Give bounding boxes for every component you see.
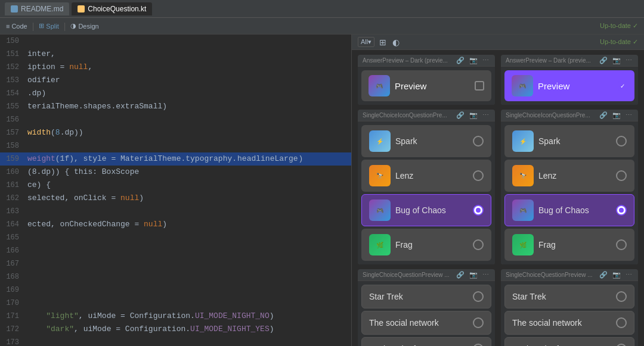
radio-chaos-right [616,205,627,216]
line-content-155: terialTheme.shapes.extraSmall) [25,100,351,113]
status-text: Up-to-date ✓ [600,22,638,30]
tab-readme[interactable]: README.md [5,2,69,15]
all-select-button[interactable]: All▾ [358,37,374,47]
code-line-173: 173 [0,336,351,346]
snap-icon-btn-right[interactable]: 📷 [611,57,622,64]
text-snap-btn-left[interactable]: 📷 [468,271,479,279]
line-num-172: 172 [0,323,25,336]
choice-more-btn[interactable]: ⋯ [481,111,490,119]
choice-frag-left: 🌿 Frag [369,234,413,255]
radio-frag-right [616,239,627,250]
text-choice-strek-left: Star Trek [361,285,491,308]
tab-choicequestion[interactable]: ChoiceQuestion.kt [72,2,152,15]
snap-icon-btn[interactable]: 📷 [468,57,479,64]
line-num-170: 170 [0,297,25,310]
link-icon-btn-right[interactable]: 🔗 [598,57,609,64]
code-line-168: 168 [0,270,351,283]
text-snap-btn-right[interactable]: 📷 [611,271,622,279]
single-choice-icon-left-title: SingleChoiceIconQuestionPre... [363,112,447,119]
code-line-162: 162 selected, onClick = null) [0,192,351,205]
design-icon: ◑ [70,22,76,30]
choice-spark-label-right: Spark [538,136,561,146]
text-radio-social-right [616,317,627,328]
code-view-button[interactable]: ≡ Code [6,23,27,30]
line-content-162: selected, onClick = null) [25,192,351,205]
section-icons-choice-left: 🔗 📷 ⋯ [455,111,490,119]
separator-2: | [64,21,66,31]
split-view-button[interactable]: ⊞ Split [39,22,58,30]
text-label-social-left: The social network [369,318,439,328]
single-choice-icon-right-title: SingleChoiceIconQuestionPre... [506,112,590,119]
text-more-btn-right[interactable]: ⋯ [624,271,633,279]
line-num-160: 160 [0,166,25,179]
choice-frag-label: Frag [395,240,413,250]
text-link-btn-left[interactable]: 🔗 [455,271,466,279]
line-num-168: 168 [0,270,25,283]
single-choice-text-left-title: SingleChoiceQuestionPreview ... [363,272,450,278]
avatar-chaos-right: 🎮 [512,200,534,221]
choice-snap-btn-right[interactable]: 📷 [611,111,622,119]
choice-left-frag: 🌿 Frag [361,229,491,261]
uncheck-icon-left [475,81,484,91]
single-choice-icon-left: SingleChoiceIconQuestionPre... 🔗 📷 ⋯ ⚡ [358,110,495,264]
text-choice-social-right: The social network [504,311,634,335]
answer-preview-right-header: AnswerPreview – Dark (previe... 🔗 📷 ⋯ [501,55,638,67]
tab-readme-label: README.md [21,5,63,13]
text-link-btn-right[interactable]: 🔗 [598,271,609,279]
choice-lenz-left: 🔭 Lenz [369,165,413,186]
preview-tool-2[interactable]: ◐ [391,38,401,47]
code-line-166: 166 [0,244,351,257]
preview-main-toolbar: All▾ ⊞ ◐ Up-to-date ✓ [352,35,644,50]
choice-chaos-left: 🎮 Bug of Chaos [369,200,446,221]
code-scroll[interactable]: 150 151 inter, 152 iption = null, 153 od… [0,35,351,346]
text-more-btn-left[interactable]: ⋯ [481,271,490,279]
single-choice-icon-right-header: SingleChoiceIconQuestionPre... 🔗 📷 ⋯ [501,110,638,121]
text-radio-strek-right [616,291,627,302]
choice-link-btn[interactable]: 🔗 [455,111,466,119]
preview-col-right: AnswerPreview – Dark (previe... 🔗 📷 ⋯ 🎮 [501,55,638,346]
choice-right-lenz: 🔭 Lenz [504,160,634,192]
section-icons-right: 🔗 📷 ⋯ [598,57,633,64]
preview-tool-1[interactable]: ⊞ [378,38,388,47]
line-num-167: 167 [0,257,25,270]
code-line-157: 157 width(8.dp)) [0,126,351,139]
code-line-160: 160 (8.dp)) { this: BoxScope [0,166,351,179]
design-view-button[interactable]: ◑ Design [70,22,98,30]
line-num-158: 158 [0,139,25,152]
choice-left-lenz: 🔭 Lenz [361,160,491,192]
separator-1: | [32,21,35,31]
single-choice-text-right-title: SingleChoiceQuestionPreview ... [506,272,593,278]
code-line-158: 158 [0,139,351,152]
line-num-163: 163 [0,205,25,218]
more-icon-btn[interactable]: ⋯ [481,57,490,64]
tab-choicequestion-label: ChoiceQuestion.kt [88,5,146,13]
choice-snap-btn[interactable]: 📷 [468,111,479,119]
radio-spark-right [616,136,627,146]
choice-spark-right: ⚡ Spark [512,130,561,152]
readme-icon [11,5,18,13]
choice-chaos-label: Bug of Chaos [395,205,446,215]
choice-spark-left: ⚡ Spark [369,130,417,152]
answer-card-right: 🎮 Preview ✓ [504,70,634,101]
preview-columns: AnswerPreview – Dark (previe... 🔗 📷 ⋯ 🎮 [358,55,638,346]
link-icon-btn[interactable]: 🔗 [455,57,466,64]
line-num-164: 164 [0,218,25,231]
text-choice-strek-right: Star Trek [504,285,634,308]
preview-panel[interactable]: AnswerPreview – Dark (previe... 🔗 📷 ⋯ 🎮 [352,50,644,346]
choice-more-btn-right[interactable]: ⋯ [624,111,633,119]
line-num-156: 156 [0,113,25,126]
code-line-167: 167 [0,257,351,270]
line-num-155: 155 [0,100,25,113]
radio-spark-left [473,136,484,146]
single-choice-icon-left-header: SingleChoiceIconQuestionPre... 🔗 📷 ⋯ [358,110,495,121]
line-num-153: 153 [0,74,25,87]
line-content-153: odifier [25,74,351,87]
line-content-157: width(8.dp)) [25,126,351,139]
choice-spark-label: Spark [395,136,417,146]
answer-avatar-right: 🎮 [512,75,533,96]
more-icon-btn-right[interactable]: ⋯ [624,57,633,64]
section-icons-left: 🔗 📷 ⋯ [455,57,490,64]
choice-link-btn-right[interactable]: 🔗 [598,111,609,119]
answer-card-left: 🎮 Preview [361,70,491,101]
radio-frag-left [473,239,484,250]
